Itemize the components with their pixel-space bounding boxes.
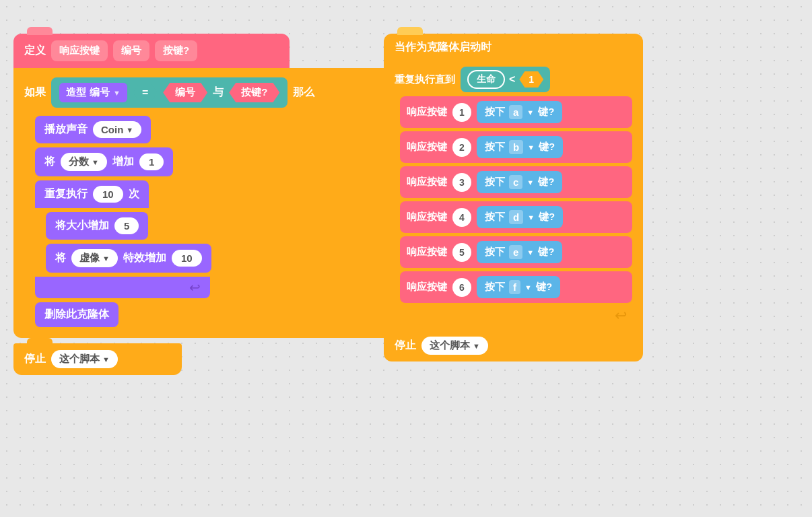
size-block: 将大小增加 5	[46, 212, 148, 240]
repeat-block: 重复执行 10 次	[35, 180, 149, 208]
num-badge-2: 2	[452, 138, 471, 157]
effect-label: 特效增加	[123, 251, 166, 265]
respond-label-1: 响应按键	[407, 106, 447, 118]
ghost-dropdown[interactable]: 虚像 ▼	[71, 249, 118, 267]
scroll-arrow-right: ↩	[395, 307, 632, 324]
repeat-bottom: ↩	[35, 277, 210, 298]
respond-label-3: 响应按键	[407, 176, 447, 188]
key-btn-2[interactable]: 按下 b ▼ 键?	[477, 136, 563, 158]
key-btn-5[interactable]: 按下 e ▼ 键?	[477, 241, 562, 263]
lt-label: <	[509, 73, 515, 85]
stop-block-left: 停止 这个脚本 ▼	[13, 343, 182, 375]
num-badge-5: 5	[452, 243, 471, 262]
respond-row-3: 响应按键 3 按下 c ▼ 键?	[400, 166, 632, 198]
key-hex: 按键?	[229, 83, 279, 102]
key-btn-6[interactable]: 按下 f ▼ 键?	[477, 276, 560, 298]
life-oval: 生命	[467, 70, 505, 89]
scroll-arrow-icon: ↩	[615, 307, 627, 324]
num-badge-1: 1	[452, 103, 471, 122]
coin-dropdown[interactable]: Coin ▼	[93, 121, 141, 138]
repeat-until-row: 重复执行直到 生命 < 1	[395, 67, 632, 92]
right-main-stack: 重复执行直到 生命 < 1 响应按键 1 按下 a ▼ 键?	[384, 61, 643, 330]
size-label: 将大小增加	[55, 219, 109, 233]
then-label: 那么	[293, 85, 314, 100]
respond-row-5: 响应按键 5 按下 e ▼ 键?	[400, 236, 632, 268]
score-block: 将 分数 ▼ 增加 1	[35, 147, 173, 176]
right-panel: 当作为克隆体启动时 重复执行直到 生命 < 1 响应按键 1 按下 a ▼	[384, 34, 643, 361]
number-hex: 编号	[163, 83, 207, 102]
repeat-label: 重复执行	[44, 187, 88, 201]
when-clone-block: 当作为克隆体启动时	[384, 34, 643, 61]
life-condition: 生命 < 1	[461, 67, 550, 92]
delete-clone-block: 删除此克隆体	[35, 302, 119, 327]
equals-hex: =	[133, 83, 158, 102]
when-label: 当作为克隆体启动时	[395, 40, 492, 55]
costume-dropdown[interactable]: 造型 编号 ▼	[59, 83, 127, 102]
set-label: 将	[44, 155, 55, 169]
play-sound-block: 播放声音 Coin ▼	[35, 116, 151, 143]
respond-label-6: 响应按键	[407, 281, 447, 294]
score-value: 1	[139, 153, 164, 170]
key-btn-1[interactable]: 按下 a ▼ 键?	[477, 101, 562, 123]
num-badge-6: 6	[452, 278, 471, 297]
ghost-block: 将 虚像 ▼ 特效增加 10	[46, 244, 211, 273]
effect-value: 10	[172, 250, 202, 267]
and-label: 与	[213, 85, 224, 100]
respond-row-4: 响应按键 4 按下 d ▼ 键?	[400, 201, 632, 233]
times-label: 次	[129, 187, 139, 201]
repeat-until-label: 重复执行直到	[395, 73, 455, 86]
ghost-set-label: 将	[55, 251, 66, 265]
number-btn[interactable]: 编号	[113, 40, 149, 61]
stop-dropdown-right[interactable]: 这个脚本 ▼	[421, 337, 488, 355]
play-sound-label: 播放声音	[44, 123, 88, 137]
stop-dropdown-left[interactable]: 这个脚本 ▼	[51, 350, 118, 368]
key-btn-4[interactable]: 按下 d ▼ 键?	[477, 206, 563, 228]
stop-block-right: 停止 这个脚本 ▼	[384, 330, 643, 361]
respond-row-1: 响应按键 1 按下 a ▼ 键?	[400, 96, 632, 128]
num-badge-4: 4	[452, 208, 471, 227]
stop-label-right: 停止	[395, 339, 416, 353]
increase-label: 增加	[112, 155, 134, 169]
stop-label-left: 停止	[24, 352, 46, 366]
respond-label-2: 响应按键	[407, 141, 447, 153]
respond-label-5: 响应按键	[407, 246, 447, 258]
respond-key-btn[interactable]: 响应按键	[51, 40, 108, 61]
size-value: 5	[114, 217, 139, 234]
num-badge-3: 3	[452, 173, 471, 192]
score-dropdown[interactable]: 分数 ▼	[61, 153, 107, 171]
define-label: 定义	[24, 44, 46, 58]
condition-block: 造型 编号 ▼ = 编号 与 按键?	[51, 77, 287, 108]
key-question-btn[interactable]: 按键?	[155, 40, 197, 61]
respond-rows-container: 响应按键 1 按下 a ▼ 键? 响应按键 2 按下 b ▼ 键?	[395, 96, 632, 303]
key-btn-3[interactable]: 按下 c ▼ 键?	[477, 171, 562, 193]
respond-row-2: 响应按键 2 按下 b ▼ 键?	[400, 131, 632, 163]
life-hex: 1	[519, 71, 543, 88]
left-panel: 定义 响应按键 编号 按键? 如果 造型 编号 ▼ = 编号 与	[13, 34, 303, 375]
respond-row-6: 响应按键 6 按下 f ▼ 键?	[400, 271, 632, 303]
repeat-arrow-icon: ↩	[189, 280, 201, 295]
if-label: 如果	[24, 85, 46, 100]
repeat-value: 10	[93, 186, 123, 203]
delete-label: 删除此克隆体	[44, 308, 109, 322]
respond-label-4: 响应按键	[407, 211, 447, 223]
define-block: 定义 响应按键 编号 按键?	[13, 34, 290, 68]
